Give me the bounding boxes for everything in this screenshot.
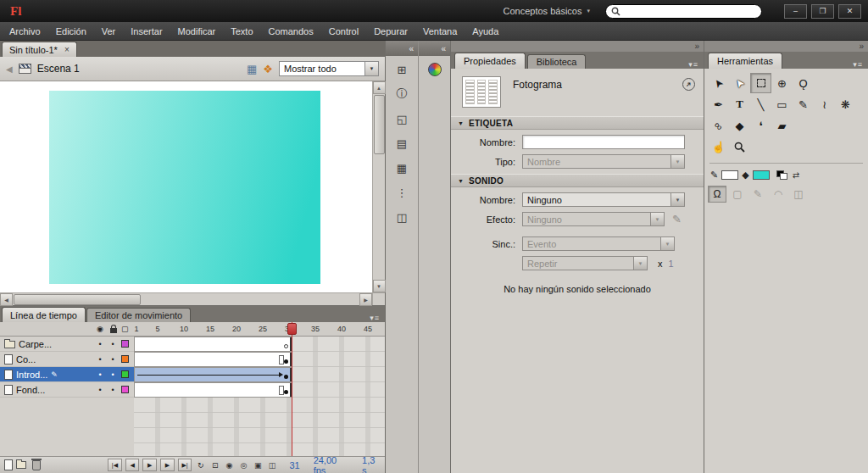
frame-span-fondo[interactable] <box>134 382 292 398</box>
library-panel-icon[interactable]: ▦ <box>388 157 415 179</box>
lock-dot[interactable]: • <box>108 340 118 348</box>
workspace-switcher-button[interactable]: Conceptos básicos ▾ <box>497 4 597 18</box>
hand-tool[interactable]: ☝ <box>708 136 729 157</box>
pen-tool[interactable]: ✒ <box>708 94 729 114</box>
new-layer-icon[interactable] <box>4 459 13 470</box>
square-option-icon[interactable]: ▢ <box>728 186 747 203</box>
zoom-level-dropdown[interactable]: Mostrar todo ▼ <box>279 61 379 76</box>
layer-row-introd-selected[interactable]: Introd... ✎ • • <box>0 367 134 382</box>
layer-color-swatch[interactable] <box>121 386 129 393</box>
delete-layer-icon[interactable] <box>32 460 40 470</box>
paint-bucket-tool[interactable]: ◆ <box>729 115 750 136</box>
arc-option-icon[interactable]: ◠ <box>769 186 787 203</box>
vertical-scrollbar[interactable]: ▲ ▼ <box>372 81 385 292</box>
elapsed-time-value[interactable]: 1,3 s <box>362 455 381 473</box>
scroll-down-icon[interactable]: ▼ <box>373 280 386 292</box>
frame-span-introd-tween[interactable] <box>134 367 292 382</box>
label-name-input[interactable] <box>522 135 685 149</box>
lasso-tool[interactable]: Ǫ <box>793 73 814 93</box>
onion-skin-icon[interactable]: ◉ <box>224 461 235 470</box>
vertical-scroll-thumb[interactable] <box>374 95 385 154</box>
eyedropper-tool[interactable]: ❛ <box>750 115 771 136</box>
free-transform-tool[interactable] <box>750 73 771 93</box>
chevron-down-icon[interactable]: ▼ <box>364 62 378 75</box>
lock-dot[interactable]: • <box>108 355 118 364</box>
current-frame-value[interactable]: 31 <box>289 460 299 470</box>
panel-menu-icon[interactable]: ▾≡ <box>688 60 704 69</box>
stage-shape[interactable] <box>49 91 320 284</box>
rectangle-tool[interactable]: ▭ <box>771 94 793 114</box>
visibility-dot[interactable]: • <box>95 370 105 379</box>
layer-row-co[interactable]: Co... • • <box>0 352 134 367</box>
swap-colors-icon[interactable]: ⇄ <box>793 170 799 180</box>
menu-ver[interactable]: Ver <box>94 24 124 39</box>
dots-panel-icon[interactable]: ⋮ <box>388 181 415 203</box>
search-box[interactable] <box>605 4 762 19</box>
tab-propiedades[interactable]: Propiedades <box>454 53 526 69</box>
loop-icon[interactable]: ↻ <box>195 461 206 470</box>
lock-icon[interactable] <box>110 328 117 333</box>
menu-control[interactable]: Control <box>321 24 366 39</box>
layer-color-swatch[interactable] <box>121 340 129 348</box>
default-colors-icon[interactable] <box>776 170 787 180</box>
tab-linea-de-tiempo[interactable]: Línea de tiempo <box>2 307 86 322</box>
box-panel-icon[interactable]: ◫ <box>388 206 415 228</box>
chevron-down-icon[interactable]: ▼ <box>670 193 684 206</box>
tab-biblioteca[interactable]: Biblioteca <box>527 54 587 69</box>
frames-grid[interactable] <box>134 337 385 456</box>
horizontal-scrollbar[interactable]: ◀ ▶ <box>0 292 372 305</box>
go-to-first-frame-button[interactable]: |◀ <box>108 459 122 471</box>
edit-symbols-icon[interactable]: ❖ <box>263 63 273 75</box>
close-button[interactable]: ✕ <box>838 4 861 19</box>
eye-icon[interactable]: ◉ <box>97 325 103 333</box>
selection-tool[interactable]: ➤ <box>708 73 729 93</box>
menu-archivo[interactable]: Archivo <box>2 24 48 39</box>
restore-button[interactable]: ❐ <box>811 4 834 19</box>
lock-dot[interactable]: • <box>108 386 118 394</box>
bone-tool[interactable]: ∞ <box>708 115 729 136</box>
deco-tool[interactable]: ❋ <box>835 94 856 114</box>
menu-comandos[interactable]: Comandos <box>261 24 321 39</box>
subselection-tool[interactable]: ➤ <box>729 73 750 93</box>
scroll-up-icon[interactable]: ▲ <box>373 81 386 94</box>
menu-ventana[interactable]: Ventana <box>415 24 465 39</box>
transform-panel-icon[interactable]: ◱ <box>388 108 415 130</box>
3d-rotation-tool[interactable]: ⊕ <box>771 73 793 93</box>
step-back-button[interactable]: ◀ <box>125 459 140 471</box>
go-to-last-frame-button[interactable]: ▶| <box>178 459 192 471</box>
play-button[interactable]: ▶ <box>142 459 157 471</box>
back-arrow-icon[interactable]: ◀ <box>6 64 13 74</box>
outline-square-icon[interactable]: ▢ <box>121 325 129 333</box>
layer-row-carpeta[interactable]: Carpe... • • <box>0 337 134 352</box>
new-folder-icon[interactable] <box>16 461 26 469</box>
playhead-handle[interactable] <box>287 323 297 335</box>
lock-dot[interactable]: • <box>108 370 118 379</box>
eraser-tool[interactable]: ▰ <box>771 115 793 136</box>
playhead-line[interactable] <box>292 322 292 456</box>
line-tool[interactable]: ╲ <box>750 94 771 114</box>
scroll-left-icon[interactable]: ◀ <box>0 293 13 306</box>
menu-depurar[interactable]: Depurar <box>366 24 415 39</box>
minimize-button[interactable]: – <box>784 4 807 19</box>
visibility-dot[interactable]: • <box>95 340 105 348</box>
horizontal-scroll-thumb[interactable] <box>14 294 141 305</box>
dock-header[interactable]: » <box>451 41 704 52</box>
text-tool[interactable]: T <box>729 94 750 114</box>
menu-texto[interactable]: Texto <box>223 24 260 39</box>
snap-magnet-icon[interactable]: Ω <box>708 186 726 203</box>
stroke-color-swatch[interactable] <box>721 170 738 180</box>
search-input[interactable] <box>625 6 756 17</box>
visibility-dot[interactable]: • <box>95 355 105 364</box>
panel-menu-icon[interactable]: ▾≡ <box>370 314 385 322</box>
window-panel-icon[interactable]: ⊞ <box>388 58 415 81</box>
layer-row-fondo[interactable]: Fond... • • <box>0 382 134 398</box>
layer-color-swatch[interactable] <box>121 355 129 363</box>
menu-edicion[interactable]: Edición <box>48 24 94 39</box>
pencil-option-icon[interactable]: ✎ <box>748 186 767 203</box>
menu-ayuda[interactable]: Ayuda <box>465 24 506 39</box>
layer-color-swatch[interactable] <box>121 370 129 378</box>
brush-tool[interactable]: ≀ <box>814 94 835 114</box>
zoom-tool[interactable] <box>729 136 750 157</box>
frame-span-carpeta[interactable] <box>134 337 292 352</box>
menu-insertar[interactable]: Insertar <box>123 24 170 39</box>
